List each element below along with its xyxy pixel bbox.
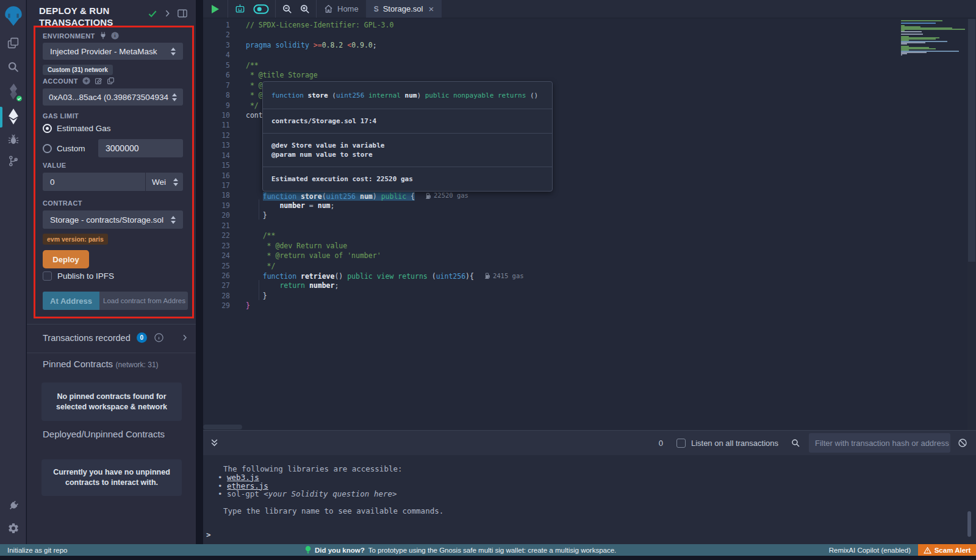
- home-icon: [324, 4, 333, 13]
- editor-area: Home S Storage.sol × 1// SPDX-License-Id…: [203, 0, 976, 544]
- ai-robot-icon[interactable]: [234, 4, 246, 14]
- plugin-manager-icon[interactable]: [0, 497, 26, 514]
- compile-check-icon: [148, 10, 157, 18]
- code-line: 19 number = num;: [203, 201, 976, 210]
- code-line: 2: [203, 30, 976, 40]
- terminal-link-web3[interactable]: web3.js: [227, 473, 259, 482]
- listen-transactions-checkbox[interactable]: [676, 439, 686, 448]
- tab-home[interactable]: Home: [317, 0, 367, 18]
- copy-account-icon[interactable]: [107, 77, 115, 85]
- copilot-toggle-icon[interactable]: [253, 4, 269, 14]
- run-script-icon[interactable]: [212, 5, 219, 13]
- svg-text:i: i: [114, 33, 116, 38]
- code-line: 28 }: [203, 291, 976, 301]
- gas-limit-label: GAS LIMIT: [43, 112, 79, 120]
- publish-ipfs-checkbox[interactable]: [43, 271, 52, 281]
- transactions-recorded-row[interactable]: Transactions recorded 0: [43, 332, 187, 343]
- gas-custom-option[interactable]: Custom 3000000: [43, 139, 183, 157]
- compile-success-badge: [15, 95, 23, 102]
- code-line: 26 function retrieve() public view retur…: [203, 271, 976, 281]
- deploy-run-icon[interactable]: [0, 106, 26, 127]
- code-line: 23 * @dev Return value: [203, 241, 976, 251]
- at-address-button[interactable]: At Address: [43, 292, 99, 310]
- at-address-input[interactable]: Load contract from Addres: [99, 292, 188, 310]
- code-line: 6 * @title Storage: [203, 70, 976, 80]
- value-label: VALUE: [43, 162, 66, 169]
- scam-alert-button[interactable]: Scam Alert: [918, 544, 976, 556]
- minimap[interactable]: [901, 20, 968, 56]
- tooltip-signature: function store (uint256 internal num) pu…: [263, 82, 552, 109]
- value-unit-select[interactable]: Wei: [145, 173, 183, 191]
- code-line: 3pragma solidity >=0.8.2 <0.9.0;: [203, 40, 976, 50]
- terminal-content: The following libraries are accessible: …: [203, 455, 976, 544]
- code-line: 29}: [203, 301, 976, 311]
- zoom-in-icon[interactable]: [300, 4, 310, 14]
- clear-console-icon[interactable]: [958, 438, 967, 448]
- pinned-contracts-empty: No pinned contracts found for selected w…: [41, 382, 182, 421]
- code-line: 1// SPDX-License-Identifier: GPL-3.0: [203, 20, 976, 30]
- debugger-icon[interactable]: [0, 131, 26, 148]
- evm-version-badge: evm version: paris: [43, 234, 108, 245]
- did-you-know: Did you know? To prototype using the Gno…: [305, 546, 616, 554]
- deploy-run-panel: DEPLOY & RUN TRANSACTIONS ENVIRONMENT i …: [27, 0, 196, 544]
- listen-transactions-label: Listen on all transactions: [691, 439, 778, 448]
- search-icon[interactable]: [0, 58, 26, 75]
- close-tab-icon[interactable]: ×: [428, 4, 434, 14]
- terminal-filter-input[interactable]: Filter with transaction hash or address: [809, 433, 950, 453]
- run-script-group: [203, 0, 228, 18]
- copilot-status[interactable]: RemixAI Copilot (enabled): [829, 547, 911, 554]
- terminal-scrollbar[interactable]: [967, 511, 971, 537]
- solidity-compiler-icon[interactable]: [0, 82, 26, 101]
- code-line: 18 function store(uint256 num) public {2…: [203, 190, 976, 200]
- editor-scrollbar[interactable]: [967, 19, 976, 430]
- fork-environment-icon[interactable]: [99, 32, 107, 40]
- gas-custom-input[interactable]: 3000000: [98, 139, 183, 157]
- git-init-button[interactable]: Initialize as git repo: [7, 547, 67, 554]
- ai-copilot-group: [228, 0, 276, 18]
- code-line: 21: [203, 221, 976, 231]
- code-line: 24 * @return value of 'number': [203, 251, 976, 260]
- gas-estimate-badge: 2415 gas: [485, 271, 524, 281]
- publish-ipfs-option[interactable]: Publish to IPFS: [43, 271, 114, 281]
- account-label: ACCOUNT: [43, 77, 115, 85]
- code-line: 4: [203, 50, 976, 60]
- code-line: 20 }: [203, 210, 976, 220]
- zoom-group: [276, 0, 317, 18]
- terminal-link-ethers[interactable]: ethers.js: [227, 481, 268, 490]
- zoom-out-icon[interactable]: [282, 4, 292, 14]
- contract-select[interactable]: Storage - contracts/Storage.sol: [43, 210, 183, 229]
- network-badge: Custom (31) network: [43, 65, 113, 75]
- terminal-header: 0 Listen on all transactions Filter with…: [203, 431, 976, 455]
- git-icon[interactable]: [0, 153, 26, 170]
- environment-info-icon[interactable]: i: [111, 32, 119, 40]
- code-line: 25 */: [203, 261, 976, 271]
- remix-logo-icon[interactable]: [0, 4, 26, 28]
- file-explorer-icon[interactable]: [0, 34, 26, 51]
- account-select[interactable]: 0xA03...85ac4 (0.398673504934: [43, 88, 183, 106]
- gas-estimate-badge: 22520 gas: [426, 190, 468, 200]
- sign-message-icon[interactable]: [95, 77, 102, 85]
- activity-bar: [0, 0, 26, 544]
- tab-storage-sol[interactable]: S Storage.sol ×: [367, 0, 442, 18]
- deploy-button[interactable]: Deploy: [43, 250, 89, 268]
- code-line: 5/**: [203, 60, 976, 70]
- gas-estimated-option[interactable]: Estimated Gas: [43, 124, 111, 133]
- add-account-icon[interactable]: [82, 77, 90, 85]
- transactions-count-badge: 0: [137, 332, 147, 343]
- code-editor[interactable]: 1// SPDX-License-Identifier: GPL-3.023pr…: [203, 19, 976, 430]
- warning-icon: [924, 547, 931, 554]
- terminal-search-icon[interactable]: [791, 438, 800, 448]
- pin-panel-icon[interactable]: [178, 9, 187, 18]
- collapse-panel-icon[interactable]: [165, 10, 170, 17]
- value-input[interactable]: 0: [43, 173, 145, 191]
- editor-hscrollbar[interactable]: [203, 425, 242, 429]
- lightbulb-icon: [305, 546, 311, 554]
- environment-select[interactable]: Injected Provider - MetaMask: [43, 43, 183, 60]
- transactions-expand-icon[interactable]: [182, 334, 187, 341]
- transactions-info-icon[interactable]: [154, 333, 163, 342]
- tooltip-cost: Estimated execution cost: 22520 gas: [263, 167, 552, 191]
- hover-tooltip: function store (uint256 internal num) pu…: [262, 81, 553, 192]
- terminal-prompt[interactable]: >: [206, 530, 211, 539]
- terminal-expand-icon[interactable]: [210, 439, 218, 447]
- settings-icon[interactable]: [0, 520, 26, 537]
